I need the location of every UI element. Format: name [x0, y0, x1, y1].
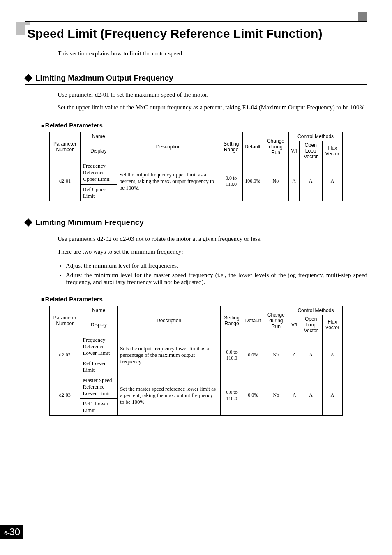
- th-olv: Open Loop Vector: [299, 141, 322, 161]
- table-row: d2-02 Frequency Reference Lower Limit Se…: [50, 335, 343, 358]
- intro-text: This section explains how to limit the m…: [58, 50, 367, 57]
- cell-olv: A: [299, 161, 322, 201]
- page-title: Speed Limit (Frequency Reference Limit F…: [25, 25, 325, 42]
- cell-change: No: [263, 335, 289, 375]
- diamond-icon: [24, 74, 32, 82]
- param-table-2: Parameter Number Name Description Settin…: [49, 306, 343, 416]
- cell-param: d2-02: [50, 335, 80, 375]
- th-param-num: Parameter Number: [50, 306, 80, 335]
- cell-name: Master Speed Reference Lower Limit: [80, 375, 118, 399]
- cell-param: d2-03: [50, 375, 80, 416]
- table-header-row: Parameter Number Name Description Settin…: [50, 132, 343, 141]
- cell-olv: A: [300, 335, 322, 375]
- section-2-p1: Use parameters d2-02 or d2-03 not to rot…: [58, 235, 367, 243]
- related-params-2-heading: ■Related Parameters: [41, 296, 367, 303]
- cell-change: No: [263, 161, 289, 201]
- th-param-num: Parameter Number: [50, 132, 81, 161]
- cell-display: Ref Upper Limit: [80, 185, 117, 201]
- table-header-row: Parameter Number Name Description Settin…: [50, 306, 343, 315]
- cell-flux: A: [322, 335, 342, 375]
- cell-desc: Set the master speed reference lower lim…: [118, 375, 221, 416]
- section-1-p2: Set the upper limit value of the MxC out…: [58, 103, 367, 112]
- cell-default: 0.0%: [243, 335, 263, 375]
- th-default: Default: [242, 132, 263, 161]
- th-vf: V/f: [289, 315, 300, 335]
- cell-range: 0.0 to 110.0: [221, 335, 243, 375]
- th-control-methods: Control Methods: [289, 306, 342, 315]
- th-vf: V/f: [289, 141, 300, 161]
- th-display: Display: [80, 315, 118, 335]
- section-2-p2: There are two ways to set the minimum fr…: [58, 247, 367, 256]
- param-table-1: Parameter Number Name Description Settin…: [49, 132, 343, 201]
- cell-name: Frequency Reference Upper Limit: [80, 161, 117, 185]
- cell-olv: A: [300, 375, 322, 416]
- chapter-num: 6: [4, 530, 7, 536]
- cell-desc: Set the output frequency upper limit as …: [117, 161, 220, 201]
- cell-param: d2-01: [50, 161, 81, 201]
- page-val: 30: [9, 526, 20, 537]
- cell-display: Ref Lower Limit: [80, 358, 118, 375]
- th-flux: Flux Vector: [322, 315, 342, 335]
- cell-vf: A: [289, 375, 300, 416]
- list-item: Adjust the minimum level for the master …: [66, 272, 367, 286]
- section-2-heading: Limiting Minimum Frequency: [35, 218, 144, 227]
- section-1-header-row: Limiting Maximum Output Frequency: [25, 74, 367, 85]
- th-olv: Open Loop Vector: [300, 315, 322, 335]
- th-change: Change during Run: [263, 306, 289, 335]
- cell-vf: A: [289, 161, 300, 201]
- square-icon: ■: [41, 123, 44, 129]
- top-rule: [25, 21, 367, 22]
- page-number: 6-30: [0, 525, 23, 539]
- cell-flux: A: [322, 161, 342, 201]
- bullet-list: Adjust the minimum level for all frequen…: [58, 262, 367, 286]
- th-name: Name: [80, 132, 117, 141]
- th-display: Display: [80, 141, 117, 161]
- related-label-1: Related Parameters: [45, 122, 103, 129]
- list-item: Adjust the minimum level for all frequen…: [66, 262, 367, 269]
- cell-vf: A: [289, 335, 300, 375]
- table-row: d2-03 Master Speed Reference Lower Limit…: [50, 375, 343, 399]
- th-flux: Flux Vector: [322, 141, 342, 161]
- cell-flux: A: [322, 375, 342, 416]
- diamond-icon: [24, 218, 32, 227]
- th-change: Change during Run: [263, 132, 289, 161]
- related-params-1-heading: ■Related Parameters: [41, 122, 367, 129]
- table-row: d2-01 Frequency Reference Upper Limit Se…: [50, 161, 343, 185]
- cell-range: 0.0 to 110.0: [220, 161, 242, 201]
- section-1-p1: Use parameter d2-01 to set the maximum s…: [58, 90, 367, 99]
- cell-default: 100.0%: [242, 161, 263, 201]
- section-1-heading: Limiting Maximum Output Frequency: [35, 74, 173, 83]
- cell-name: Frequency Reference Lower Limit: [80, 335, 118, 358]
- cell-change: No: [263, 375, 289, 416]
- th-default: Default: [243, 306, 263, 335]
- title-block: Speed Limit (Frequency Reference Limit F…: [25, 25, 367, 42]
- cell-desc: Sets the output frequency lower limit as…: [118, 335, 221, 375]
- related-label-2: Related Parameters: [45, 296, 103, 303]
- corner-marker: [358, 12, 367, 21]
- cell-display: Ref1 Lower Limit: [80, 399, 118, 416]
- th-name: Name: [80, 306, 118, 315]
- th-setting-range: Setting Range: [220, 132, 242, 161]
- th-setting-range: Setting Range: [221, 306, 243, 335]
- th-description: Description: [118, 306, 221, 335]
- th-description: Description: [117, 132, 220, 161]
- section-2-header-row: Limiting Minimum Frequency: [25, 218, 367, 229]
- square-icon: ■: [41, 296, 44, 303]
- th-control-methods: Control Methods: [289, 132, 343, 141]
- cell-default: 0.0%: [243, 375, 263, 416]
- cell-range: 0.0 to 110.0: [221, 375, 243, 416]
